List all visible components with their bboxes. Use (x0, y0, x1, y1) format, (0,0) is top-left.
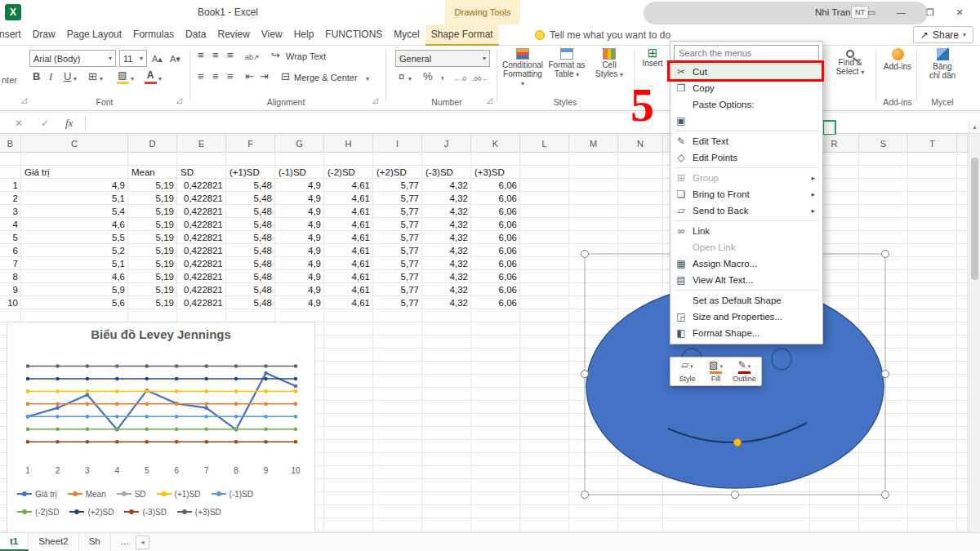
column-header-D[interactable]: D (128, 136, 177, 153)
align-center-icon[interactable]: ≡ (212, 70, 219, 83)
vertical-scrollbar[interactable]: ▴ (969, 120, 980, 532)
cell[interactable]: 5,19 (128, 296, 177, 309)
cell[interactable]: 4,61 (324, 231, 373, 244)
cell[interactable]: 5,48 (226, 218, 275, 231)
font-dialog-launcher-icon[interactable]: ◿ (176, 96, 182, 104)
cell[interactable]: 4,9 (275, 257, 324, 270)
cell[interactable]: 6,06 (471, 205, 520, 218)
wrap-text-icon[interactable]: ↪ (271, 49, 280, 62)
shrink-font-button[interactable]: A▾ (170, 52, 180, 65)
user-name[interactable]: Nhi Tran (815, 0, 850, 24)
format-painter-fragment[interactable]: nter (2, 73, 17, 87)
format-as-table-button[interactable]: Format as Table ▾ (546, 48, 588, 79)
menu-item-set-as-default-shape[interactable]: Set as Default Shape (670, 292, 822, 309)
cell[interactable]: 5,77 (373, 231, 422, 244)
cell[interactable]: 4,61 (324, 244, 373, 257)
column-header-hidden[interactable] (957, 136, 968, 153)
cell[interactable]: 5,19 (128, 244, 177, 257)
font-name-select[interactable]: Arial (Body) ▾ (29, 50, 116, 67)
cell[interactable]: 4,61 (324, 283, 373, 296)
shape-adjust-handle[interactable] (734, 439, 742, 447)
cell[interactable]: 4,9 (275, 296, 324, 309)
cell[interactable]: 4,32 (422, 179, 471, 192)
cell[interactable]: 3 (0, 205, 21, 218)
cell[interactable]: 5,9 (21, 283, 128, 296)
cell[interactable]: 6,06 (471, 257, 520, 270)
right-eye-shape[interactable] (772, 349, 791, 370)
cell[interactable]: 5,48 (226, 296, 275, 309)
menu-item-assign-macro[interactable]: ▦Assign Macro... (670, 256, 822, 272)
cell[interactable]: 5,48 (226, 231, 275, 244)
cell[interactable]: 4,61 (324, 257, 373, 270)
cell[interactable]: 4,32 (422, 231, 471, 244)
find-select-button[interactable]: Find & Select ▾ (826, 48, 874, 77)
merge-center-button[interactable]: Merge & Center (294, 71, 358, 84)
cell[interactable]: 0,422821 (177, 257, 226, 270)
shape-outline-button[interactable]: ✎▾ Outline (731, 360, 758, 383)
menu-item-edit-points[interactable]: ◇Edit Points (670, 149, 822, 166)
tab-review[interactable]: Review (212, 24, 255, 46)
column-header-K[interactable]: K (471, 136, 520, 153)
menu-item-paste-options[interactable]: Paste Options: (670, 96, 822, 113)
minimize-button[interactable]: — (887, 0, 915, 24)
font-size-select[interactable]: 11 ▾ (119, 50, 147, 67)
levey-jennings-chart[interactable]: Biểu đồ Levey Jennings 12345678910 Giá t… (7, 322, 315, 534)
cell[interactable]: 5,48 (226, 244, 275, 257)
cell[interactable]: 4,61 (324, 192, 373, 205)
restore-button[interactable]: ❐ (916, 0, 944, 24)
tab-shape-format[interactable]: Shape Format (425, 24, 499, 46)
enter-check-icon[interactable]: ✓ (41, 113, 49, 134)
cell[interactable]: (-3)SD (422, 166, 471, 179)
cell[interactable]: 0,422821 (177, 205, 226, 218)
scroll-up-icon[interactable]: ▴ (969, 120, 980, 134)
column-header-E[interactable]: E (177, 136, 226, 153)
increase-decimal-button[interactable]: ←.0 (454, 73, 466, 86)
cell[interactable]: 4,6 (21, 218, 128, 231)
cell[interactable]: 5,19 (128, 257, 177, 270)
cell[interactable]: 6,06 (471, 231, 520, 244)
column-header-C[interactable]: C (21, 136, 128, 153)
column-header-J[interactable]: J (422, 136, 471, 153)
cell[interactable]: 4,61 (324, 205, 373, 218)
cell[interactable]: (+1)SD (226, 166, 275, 179)
cell[interactable]: (-1)SD (275, 166, 324, 179)
decrease-decimal-button[interactable]: .00→ (472, 73, 488, 86)
cell[interactable]: 5,77 (373, 244, 422, 257)
menu-item-edit-text[interactable]: ✎Edit Text (670, 133, 822, 149)
cell[interactable]: 4,9 (275, 283, 324, 296)
chevron-down-icon[interactable]: ▾ (408, 75, 412, 82)
cell[interactable]: 0,422821 (177, 231, 226, 244)
cell[interactable]: 4,9 (21, 179, 128, 192)
menu-item-paste-option[interactable]: ▣ (670, 113, 822, 129)
cell[interactable]: 9 (0, 283, 21, 296)
number-dialog-launcher-icon[interactable]: ◿ (487, 96, 492, 104)
column-header-L[interactable]: L (520, 136, 569, 153)
cell[interactable]: 5,77 (373, 218, 422, 231)
cell[interactable]: 4,32 (422, 244, 471, 257)
column-header-B[interactable]: B (0, 136, 21, 153)
cell[interactable]: 6,06 (471, 218, 520, 231)
cell-styles-button[interactable]: Cell Styles ▾ (590, 48, 629, 79)
cell[interactable]: 5,48 (226, 257, 275, 270)
cell[interactable]: 0,422821 (177, 296, 226, 309)
cell[interactable]: 5,77 (373, 270, 422, 283)
cell[interactable]: 4,61 (324, 218, 373, 231)
fill-color-button[interactable]: ▨ (114, 69, 131, 87)
column-header-I[interactable]: I (373, 136, 422, 153)
tab-data[interactable]: Data (180, 24, 212, 46)
cell[interactable]: 6,06 (471, 179, 520, 192)
tab-help[interactable]: Help (288, 24, 320, 46)
borders-button[interactable]: ⊞ (88, 70, 97, 83)
cell[interactable]: 0,422821 (177, 192, 226, 205)
tab-mycel[interactable]: Mycel (388, 24, 425, 46)
cell[interactable]: 4,9 (275, 218, 324, 231)
cell[interactable]: 8 (0, 270, 21, 283)
chevron-down-icon[interactable]: ▾ (158, 75, 162, 82)
cell[interactable]: 7 (0, 257, 21, 270)
cell[interactable]: 4,9 (275, 231, 324, 244)
chevron-down-icon[interactable]: ▾ (100, 75, 103, 82)
cell[interactable]: 5,4 (21, 205, 128, 218)
align-right-icon[interactable]: ≡ (227, 70, 234, 83)
menu-item-copy[interactable]: ❐Copy (670, 80, 822, 96)
cell[interactable]: 4,32 (422, 283, 471, 296)
